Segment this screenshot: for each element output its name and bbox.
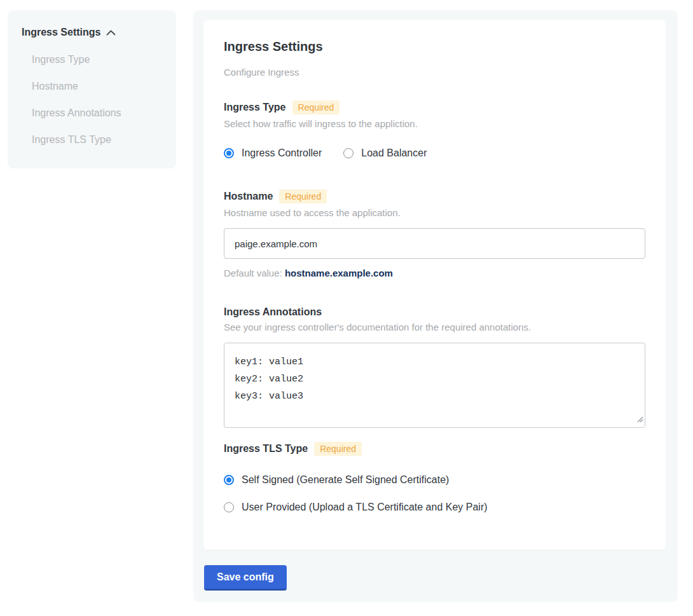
hostname-help: Hostname used to access the application. [224,207,645,218]
ingress-tls-type-label: Ingress TLS Type [224,443,308,455]
self-signed-radio[interactable]: Self Signed (Generate Self Signed Certif… [224,474,645,486]
ingress-controller-radio-label: Ingress Controller [242,147,322,159]
sidebar-group-ingress-settings[interactable]: Ingress Settings [22,27,162,38]
sidebar-item-hostname[interactable]: Hostname [32,81,162,92]
user-provided-radio[interactable]: User Provided (Upload a TLS Certificate … [224,501,645,513]
page-title: Ingress Settings [224,39,645,54]
load-balancer-radio[interactable]: Load Balancer [343,147,427,159]
ingress-type-help: Select how traffic will ingress to the a… [224,118,645,129]
field-hostname: Hostname Required Hostname used to acces… [224,189,645,278]
sidebar-group-label: Ingress Settings [22,27,100,38]
required-badge: Required [292,100,340,114]
radio-selected-icon [224,475,234,485]
sidebar-item-ingress-tls-type[interactable]: Ingress TLS Type [32,134,162,146]
ingress-annotations-textarea[interactable]: key1: value1 key2: value2 key3: value3 [224,343,645,428]
field-ingress-annotations: Ingress Annotations See your ingress con… [224,306,645,428]
hostname-input[interactable] [224,228,645,259]
radio-selected-icon [224,148,234,158]
ingress-type-radio-group: Ingress Controller Load Balancer [224,147,645,159]
page-subtitle: Configure Ingress [224,67,645,78]
sidebar-item-ingress-type[interactable]: Ingress Type [32,54,162,65]
user-provided-radio-label: User Provided (Upload a TLS Certificate … [242,501,488,513]
hostname-default-value: Default value: hostname.example.com [224,268,645,278]
field-ingress-tls-type: Ingress TLS Type Required Self Signed (G… [224,442,645,513]
hostname-label: Hostname [224,191,273,202]
load-balancer-radio-label: Load Balancer [361,147,427,159]
ingress-controller-radio[interactable]: Ingress Controller [224,147,322,159]
self-signed-radio-label: Self Signed (Generate Self Signed Certif… [242,474,449,486]
config-panel: Ingress Settings Configure Ingress Ingre… [193,10,678,602]
ingress-annotations-help: See your ingress controller's documentat… [224,322,645,332]
ingress-tls-radio-group: Self Signed (Generate Self Signed Certif… [224,474,645,513]
ingress-annotations-label: Ingress Annotations [224,306,322,318]
ingress-type-label: Ingress Type [224,102,286,113]
field-ingress-type: Ingress Type Required Select how traffic… [224,100,645,159]
settings-sidebar: Ingress Settings Ingress Type Hostname I… [8,10,176,168]
chevron-up-icon [106,30,116,36]
required-badge: Required [279,189,327,203]
radio-unselected-icon [224,502,234,512]
save-config-button[interactable]: Save config [204,565,287,591]
sidebar-item-ingress-annotations[interactable]: Ingress Annotations [32,107,162,119]
default-value-label: Default value: [224,268,285,278]
sidebar-item-list: Ingress Type Hostname Ingress Annotation… [22,54,162,146]
default-value-text: hostname.example.com [285,268,393,278]
config-card: Ingress Settings Configure Ingress Ingre… [203,20,666,550]
required-badge: Required [314,442,362,456]
radio-unselected-icon [343,148,353,158]
